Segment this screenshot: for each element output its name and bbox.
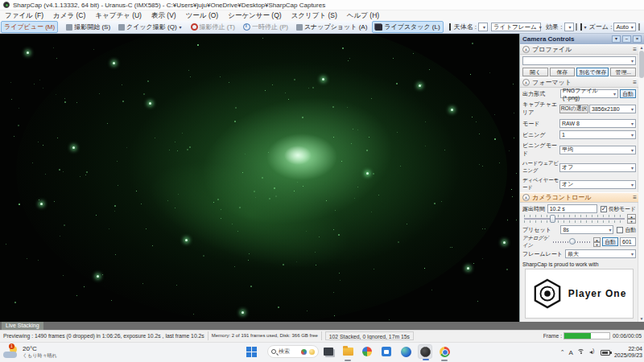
panel-scrollbar[interactable]: ▲ ▼ (638, 44, 644, 322)
image-viewport[interactable] (0, 34, 519, 322)
framerate-select[interactable]: 最大 (565, 249, 636, 258)
sharpcap-icon (420, 347, 431, 357)
copilot-icon (301, 349, 307, 355)
profile-open-button[interactable]: 開く (522, 68, 548, 76)
long-exposure-checkbox[interactable] (601, 206, 607, 212)
section-camera-control-header[interactable]: ∧ カメラコントロール ≡ (520, 192, 638, 203)
capture-area-select[interactable]: 3856x2180 (589, 105, 636, 113)
exposure-label: 露出時間 (522, 205, 547, 213)
binning-select[interactable]: 1 (559, 130, 636, 139)
scroll-down-icon[interactable]: ▼ (638, 315, 644, 322)
slider-ticks (524, 220, 625, 223)
menu-sequencer[interactable]: シーケンサー (Q) (223, 11, 286, 21)
scroll-thumb[interactable] (639, 51, 644, 78)
menu-view[interactable]: 表示 (V) (147, 11, 181, 21)
taskbar-search-box[interactable]: 検索 (267, 345, 319, 358)
panel-pin-icon[interactable]: – (622, 35, 631, 43)
panel-menu-icon[interactable]: ▾ (612, 35, 621, 43)
sponsor-intro-text: SharpCap is proud to work with (520, 259, 638, 268)
exposure-input[interactable] (547, 204, 597, 213)
menu-capture[interactable]: キャプチャ (U) (90, 11, 147, 21)
debayer-select[interactable]: オン (559, 180, 636, 189)
effects-select[interactable] (564, 23, 574, 31)
store-button[interactable] (379, 344, 394, 359)
main-toolbar: ライブビュー (M) 撮影開始 (S) クイック撮影 (Q)▾ 撮影停止 (T)… (0, 21, 644, 34)
gain-value-box[interactable]: 601 (620, 237, 636, 246)
file-explorer-button[interactable] (341, 344, 355, 359)
hamburger-icon[interactable]: ≡ (633, 194, 636, 201)
bias-frame-icon[interactable] (580, 23, 582, 31)
photos-button[interactable] (360, 344, 374, 359)
hamburger-icon[interactable]: ≡ (633, 79, 636, 86)
histogram-icon[interactable] (638, 23, 640, 31)
edge-button[interactable] (398, 344, 413, 359)
slider-track (524, 218, 625, 220)
profile-manage-button[interactable]: 管理... (610, 68, 636, 76)
ime-indicator[interactable]: A (569, 349, 573, 356)
preset-select[interactable]: 8s (560, 225, 613, 234)
live-stacking-tab[interactable]: Live Stacking (2, 322, 43, 330)
object-name-label: 天体名 : (452, 23, 478, 31)
roi-select-button[interactable]: ROIの選択 (559, 105, 588, 113)
snapshot-button[interactable]: スナップショット (A) (293, 21, 370, 33)
windows-start-button[interactable] (244, 344, 258, 359)
flat-frame-icon[interactable] (576, 23, 577, 31)
exposure-spinner[interactable]: ▲▼ (627, 214, 636, 224)
binning-mode-select[interactable]: 平均 (559, 146, 636, 154)
dark-frame-icon[interactable] (449, 23, 451, 31)
tray-overflow-icon[interactable]: ⌃ (560, 349, 565, 356)
quick-capture-button[interactable]: クイック撮影 (Q)▾ (115, 21, 186, 33)
gain-spinner[interactable]: ▲▼ (593, 237, 601, 247)
menu-scripting[interactable]: スクリプト (S) (287, 11, 342, 21)
profile-save-as-button[interactable]: 別名で保存 (576, 68, 609, 76)
sharpcap-taskbar-button[interactable] (418, 344, 432, 359)
task-view-icon (324, 348, 333, 356)
menu-tools[interactable]: ツール (O) (181, 11, 224, 21)
menu-help[interactable]: ヘルプ (H) (342, 11, 384, 21)
section-profile-header[interactable]: ∧ プロファイル ≡ (520, 44, 638, 55)
clock[interactable]: 22:04 2025/09/23 (614, 346, 642, 359)
object-name-select[interactable] (478, 23, 488, 31)
gain-auto-button[interactable]: 自動 (602, 237, 618, 246)
menu-file[interactable]: ファイル (F) (0, 11, 48, 21)
output-auto-button[interactable]: 自動 (620, 89, 636, 98)
chrome-button[interactable] (437, 344, 452, 359)
live-stack-button[interactable]: ライブスタック (L) (372, 21, 443, 33)
sponsor-box: Player One (525, 269, 634, 319)
panel-title-bar[interactable]: Camera Controls ▾ – × (520, 34, 644, 44)
hw-binning-select[interactable]: オフ (559, 163, 636, 172)
profile-save-button[interactable]: 保存 (550, 68, 576, 76)
collapse-icon[interactable]: ∧ (522, 194, 530, 201)
battery-icon[interactable] (601, 350, 610, 356)
title-bar: SharpCap (v4.1.13332, 64 bit) - Uranus-C… (0, 0, 644, 10)
preset-auto-checkbox[interactable] (617, 227, 623, 233)
frame-label: Frame : (543, 333, 562, 339)
mode-select[interactable]: RAW 8 (559, 119, 636, 128)
speaker-icon[interactable] (589, 349, 597, 356)
start-capture-button[interactable]: 撮影開始 (S) (63, 21, 114, 33)
hamburger-icon[interactable]: ≡ (633, 46, 636, 53)
windows-logo-icon (246, 347, 257, 357)
scroll-up-icon[interactable]: ▲ (638, 44, 644, 51)
profile-select[interactable] (522, 56, 636, 65)
stop-capture-button[interactable]: 撮影停止 (T) (188, 21, 238, 33)
exposure-slider[interactable]: ▲▼ (522, 214, 636, 224)
gain-slider-thumb[interactable] (569, 238, 576, 245)
live-view-button[interactable]: ライブビュー (M) (1, 21, 58, 33)
output-format-select[interactable]: PNGファイル(*.png) (560, 89, 618, 98)
gain-slider[interactable] (553, 241, 592, 243)
pause-button[interactable]: 一時停止 (P) (240, 21, 291, 33)
notification-badge: 1 (9, 343, 14, 349)
menu-camera[interactable]: カメラ (C) (48, 11, 90, 21)
collapse-icon[interactable]: ∧ (522, 79, 530, 86)
weather-widget[interactable]: 1 20°C くもり時々晴れ (3, 345, 57, 360)
quick-capture-icon (118, 24, 125, 31)
effects-label: 効果 : (544, 23, 564, 31)
zoom-select[interactable]: Auto (613, 23, 635, 31)
light-frame-select[interactable]: ライトフレーム (491, 23, 541, 31)
collapse-icon[interactable]: ∧ (522, 46, 530, 53)
panel-close-icon[interactable]: × (633, 35, 642, 43)
task-view-button[interactable] (321, 344, 336, 359)
wifi-icon[interactable] (577, 349, 585, 356)
slider-thumb[interactable] (550, 215, 555, 223)
